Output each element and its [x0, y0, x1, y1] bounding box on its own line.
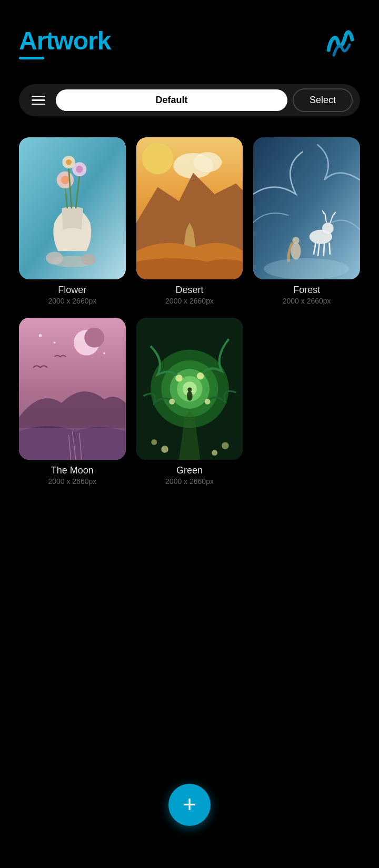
svg-point-14 — [142, 143, 173, 174]
artwork-name-forest: Forest — [293, 285, 320, 296]
svg-point-43 — [204, 399, 210, 405]
svg-point-31 — [39, 334, 42, 337]
svg-line-23 — [330, 243, 330, 255]
svg-point-40 — [175, 375, 183, 382]
add-artwork-button[interactable]: + — [168, 784, 211, 826]
artwork-size-forest: 2000 x 2660px — [283, 297, 331, 305]
hamburger-icon — [32, 104, 45, 105]
svg-point-49 — [222, 442, 229, 450]
page-title: Artwork — [19, 26, 111, 55]
svg-point-11 — [46, 252, 63, 265]
svg-point-25 — [293, 237, 300, 244]
svg-point-44 — [187, 391, 193, 401]
artwork-name-flower: Flower — [58, 285, 86, 296]
svg-point-32 — [54, 341, 56, 344]
artwork-name-green: Green — [176, 465, 203, 476]
plus-icon: + — [183, 793, 196, 816]
svg-point-30 — [84, 328, 104, 348]
svg-point-5 — [76, 166, 83, 173]
menu-button[interactable] — [26, 92, 51, 109]
app-logo-icon — [318, 21, 360, 63]
svg-point-16 — [193, 152, 222, 172]
artwork-name-moon: The Moon — [51, 465, 94, 476]
artwork-gallery: Flower 2000 x 2660px — [0, 132, 379, 507]
artwork-size-desert: 2000 x 2660px — [165, 297, 214, 305]
gallery-item-flower[interactable]: Flower 2000 x 2660px — [19, 137, 126, 305]
artwork-size-green: 2000 x 2660px — [165, 477, 214, 486]
toolbar: Default Select — [19, 84, 360, 116]
svg-point-42 — [169, 399, 175, 405]
app-header: Artwork — [0, 0, 379, 74]
svg-point-45 — [187, 388, 192, 392]
svg-point-47 — [212, 450, 217, 456]
artwork-thumbnail-desert — [136, 137, 243, 279]
artwork-thumbnail-forest — [253, 137, 360, 279]
artwork-thumbnail-green — [136, 318, 243, 460]
hamburger-icon — [32, 99, 45, 101]
svg-point-48 — [151, 439, 157, 445]
gallery-item-moon[interactable]: The Moon 2000 x 2660px — [19, 318, 126, 486]
gallery-item-desert[interactable]: Desert 2000 x 2660px — [136, 137, 243, 305]
hamburger-icon — [32, 96, 45, 97]
svg-point-46 — [161, 446, 168, 453]
gallery-item-green[interactable]: Green 2000 x 2660px — [136, 318, 243, 486]
svg-point-19 — [322, 223, 334, 234]
artwork-size-moon: 2000 x 2660px — [48, 477, 96, 486]
svg-point-41 — [197, 372, 204, 380]
svg-point-3 — [61, 176, 69, 184]
default-button[interactable]: Default — [56, 89, 287, 111]
gallery-item-forest[interactable]: Forest 2000 x 2660px — [253, 137, 360, 305]
artwork-thumbnail-flower — [19, 137, 126, 279]
svg-point-33 — [103, 352, 105, 355]
svg-line-22 — [324, 243, 324, 256]
artwork-name-desert: Desert — [175, 285, 203, 296]
svg-point-12 — [82, 254, 96, 266]
svg-point-26 — [264, 258, 350, 280]
select-button[interactable]: Select — [293, 88, 353, 112]
artwork-thumbnail-moon — [19, 318, 126, 460]
artwork-size-flower: 2000 x 2660px — [48, 297, 96, 305]
svg-point-7 — [66, 159, 72, 165]
